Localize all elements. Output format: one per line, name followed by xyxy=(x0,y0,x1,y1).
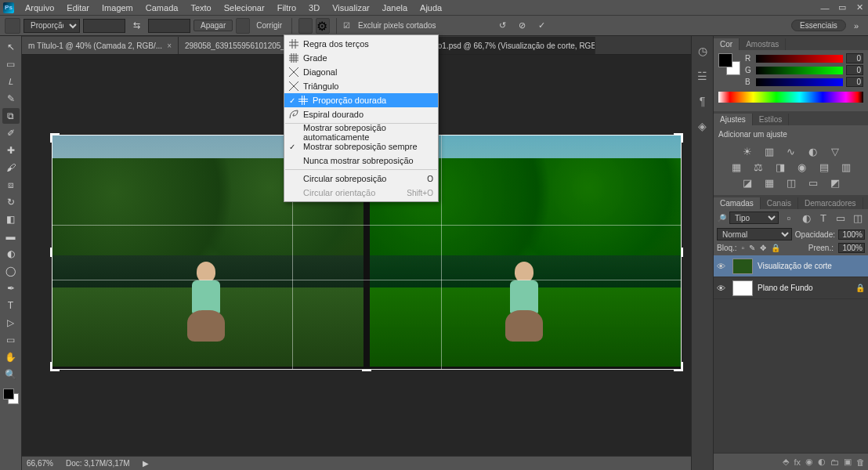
overlay-golden-ratio[interactable]: ✓Proporção dourada xyxy=(284,93,438,107)
pen-tool[interactable]: ✒ xyxy=(2,280,20,296)
move-tool[interactable]: ↖ xyxy=(2,39,20,55)
tab-cor[interactable]: Cor xyxy=(714,38,740,50)
ratio-width-input[interactable] xyxy=(83,19,125,33)
menu-camada[interactable]: Camada xyxy=(139,3,185,13)
g-slider[interactable] xyxy=(756,67,843,74)
tab-canais[interactable]: Canais xyxy=(761,197,798,209)
document-tab[interactable]: m Título-1 @ 40% (Camada 2, RGB/...× xyxy=(22,37,179,54)
menu-3d[interactable]: 3D xyxy=(302,3,326,13)
close-button[interactable]: ✕ xyxy=(851,2,868,14)
cancel-crop-icon[interactable]: ⊘ xyxy=(514,20,530,31)
menu-visualizar[interactable]: Visualizar xyxy=(326,3,376,13)
brush-tool[interactable]: 🖌 xyxy=(2,160,20,175)
color-swatches[interactable] xyxy=(3,389,19,404)
quick-select-tool[interactable]: ✎ xyxy=(2,91,20,107)
new-layer-icon[interactable]: ▣ xyxy=(844,457,852,467)
path-select-tool[interactable]: ▷ xyxy=(2,315,20,331)
crop-tool-icon[interactable] xyxy=(5,18,20,34)
overlay-show-always[interactable]: ✓Mostrar sobreposição sempre xyxy=(284,139,438,154)
layer-row[interactable]: 👁 Plano de Fundo 🔒 xyxy=(714,277,868,299)
3d-panel-icon[interactable]: ◈ xyxy=(695,119,711,133)
character-panel-icon[interactable]: ¶ xyxy=(695,94,711,108)
eyedropper-tool[interactable]: ✐ xyxy=(2,125,20,141)
crop-handle[interactable] xyxy=(50,362,60,371)
layer-thumbnail[interactable] xyxy=(732,280,753,296)
fx-icon[interactable]: fx xyxy=(794,457,801,467)
overlay-diagonal[interactable]: Diagonal xyxy=(284,65,438,79)
filter-type-icon[interactable]: T xyxy=(816,212,830,224)
crop-settings-icon[interactable]: ⚙ xyxy=(316,18,330,34)
reset-icon[interactable]: ↺ xyxy=(494,20,511,31)
menu-selecionar[interactable]: Selecionar xyxy=(218,3,271,13)
workspace-menu-icon[interactable]: » xyxy=(849,21,863,31)
adjustment-icon[interactable]: ◐ xyxy=(818,457,826,467)
r-slider[interactable] xyxy=(756,55,843,63)
crop-handle[interactable] xyxy=(362,362,371,371)
lasso-tool[interactable]: 𝘓 xyxy=(2,74,20,89)
lookup-icon[interactable]: ▥ xyxy=(839,161,853,173)
blur-tool[interactable]: ◐ xyxy=(2,246,20,262)
document-tab-active[interactable]: foto1.psd @ 66,7% (Visualização de corte… xyxy=(423,37,595,54)
foreground-color[interactable] xyxy=(3,389,14,400)
menu-imagem[interactable]: Imagem xyxy=(96,3,139,13)
filter-shape-icon[interactable]: ▭ xyxy=(834,212,848,224)
straighten-icon[interactable] xyxy=(236,18,250,34)
blend-mode-select[interactable]: Normal xyxy=(717,228,792,240)
b-slider[interactable] xyxy=(756,78,843,86)
crop-handle[interactable] xyxy=(50,248,60,257)
crop-tool[interactable]: ⧉ xyxy=(2,108,20,124)
tab-camadas[interactable]: Camadas xyxy=(714,197,761,209)
layer-thumbnail[interactable] xyxy=(732,258,753,274)
threshold-icon[interactable]: ◫ xyxy=(784,176,798,189)
lock-pos-icon[interactable]: ✥ xyxy=(760,244,766,252)
shape-tool[interactable]: ▭ xyxy=(2,332,20,348)
ratio-select[interactable]: Proporção xyxy=(24,19,80,33)
clear-button[interactable]: Apagar xyxy=(193,20,233,31)
healing-tool[interactable]: ✚ xyxy=(2,143,20,158)
zoom-tool[interactable]: 🔍 xyxy=(2,367,20,382)
overlay-grid-icon[interactable] xyxy=(298,18,313,34)
zoom-level[interactable]: 66,67% xyxy=(27,459,53,468)
overlay-rule-of-thirds[interactable]: Regra dos terços xyxy=(284,37,438,51)
status-arrow-icon[interactable]: ▶ xyxy=(143,459,149,468)
filter-pixel-icon[interactable]: ▫ xyxy=(782,212,796,224)
crop-handle[interactable] xyxy=(674,133,683,143)
delete-icon[interactable]: 🗑 xyxy=(856,457,865,467)
doc-size[interactable]: Doc: 3,17M/3,17M xyxy=(66,459,130,468)
dodge-tool[interactable]: ◯ xyxy=(2,263,20,279)
filter-adj-icon[interactable]: ◐ xyxy=(799,212,813,224)
delete-cropped-label[interactable]: Excluir pixels cortados xyxy=(355,21,439,30)
hand-tool[interactable]: ✋ xyxy=(2,349,20,365)
checkbox-checked-icon[interactable]: ☑ xyxy=(343,21,350,30)
gradmap-icon[interactable]: ▭ xyxy=(806,176,820,189)
maximize-button[interactable]: ▭ xyxy=(834,2,851,14)
gradient-tool[interactable]: ▬ xyxy=(2,229,20,244)
lock-pixel-icon[interactable]: ✎ xyxy=(749,244,755,252)
exposure-icon[interactable]: ◐ xyxy=(806,145,820,157)
colorbal-icon[interactable]: ⚖ xyxy=(751,161,765,173)
g-value[interactable] xyxy=(846,65,863,75)
straighten-label[interactable]: Corrigir xyxy=(253,21,285,30)
hue-icon[interactable]: ▦ xyxy=(729,161,743,173)
filter-smart-icon[interactable]: ◫ xyxy=(851,212,865,224)
group-icon[interactable]: 🗀 xyxy=(830,457,839,467)
tab-amostras[interactable]: Amostras xyxy=(740,38,786,50)
history-brush-tool[interactable]: ↻ xyxy=(2,194,20,210)
tab-demarcadores[interactable]: Demarcadores xyxy=(798,197,863,209)
photofilter-icon[interactable]: ◉ xyxy=(795,161,809,173)
history-panel-icon[interactable]: ◷ xyxy=(695,44,711,58)
overlay-grid[interactable]: Grade xyxy=(284,51,438,65)
tab-estilos[interactable]: Estilos xyxy=(753,114,789,125)
menu-editar[interactable]: Editar xyxy=(60,3,96,13)
layer-row[interactable]: 👁 Visualização de corte xyxy=(714,255,868,277)
stamp-tool[interactable]: ⧇ xyxy=(2,177,20,193)
workspace-selector[interactable]: Essenciais xyxy=(791,20,846,31)
crop-handle[interactable] xyxy=(50,133,60,143)
r-value[interactable] xyxy=(846,53,863,63)
levels-icon[interactable]: ▥ xyxy=(762,145,776,157)
opacity-input[interactable] xyxy=(838,230,865,240)
visibility-icon[interactable]: 👁 xyxy=(717,262,728,271)
menu-texto[interactable]: Texto xyxy=(184,3,217,13)
overlay-show-never[interactable]: Nunca mostrar sobreposição xyxy=(284,154,438,168)
ratio-height-input[interactable] xyxy=(148,19,190,33)
